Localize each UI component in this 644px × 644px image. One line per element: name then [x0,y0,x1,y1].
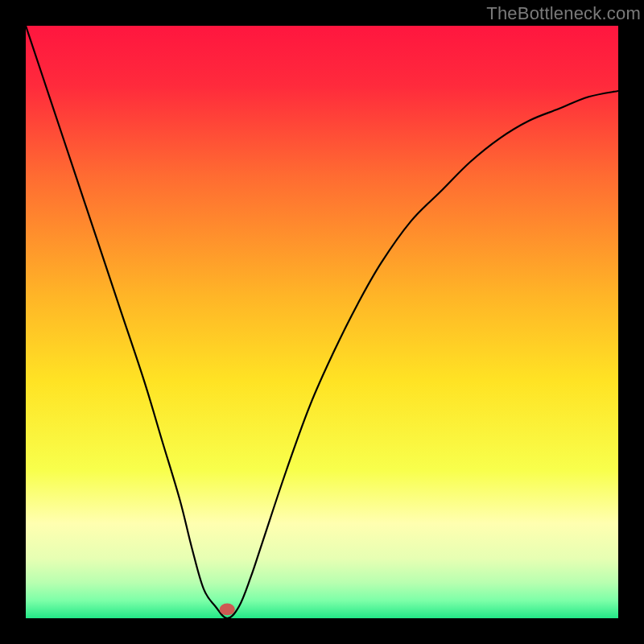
gradient-background [26,26,618,618]
chart-frame: TheBottleneck.com [0,0,644,644]
watermark-text: TheBottleneck.com [486,3,641,24]
plot-area [26,26,618,618]
optimal-point-marker [220,604,235,616]
chart-svg [26,26,618,618]
